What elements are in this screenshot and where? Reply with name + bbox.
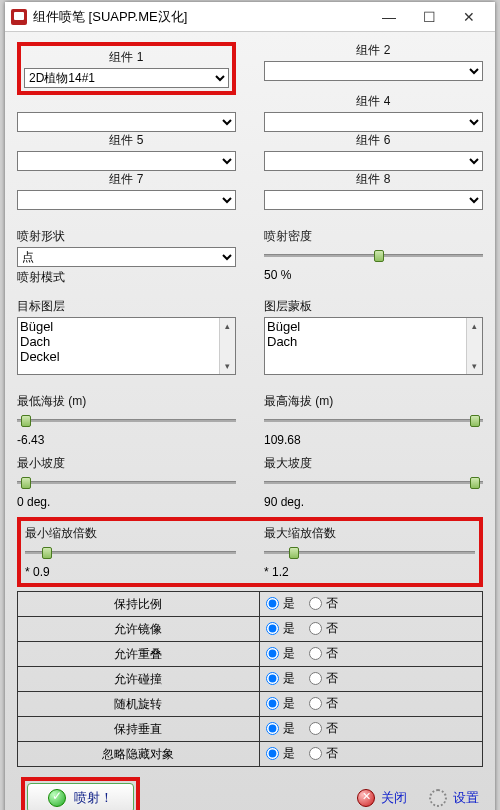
scale-highlight-box: 最小缩放倍数 * 0.9 最大缩放倍数 * 1.2 — [17, 517, 483, 587]
component-5-select[interactable] — [17, 151, 236, 171]
option-no-radio[interactable]: 否 — [309, 645, 338, 662]
option-row: 随机旋转是否 — [18, 692, 483, 717]
component-2-label: 组件 2 — [264, 42, 483, 59]
option-no-radio[interactable]: 否 — [309, 695, 338, 712]
alt-max-label: 最高海拔 (m) — [264, 393, 483, 410]
slope-min-value: 0 deg. — [17, 495, 236, 509]
option-label: 保持比例 — [18, 592, 260, 617]
spray-button-label: 喷射！ — [74, 789, 113, 807]
option-label: 忽略隐藏对象 — [18, 742, 260, 767]
alt-min-slider[interactable] — [17, 413, 236, 429]
target-layer-label: 目标图层 — [17, 298, 236, 315]
component-3-select[interactable] — [17, 112, 236, 132]
app-window: 组件喷笔 [SUAPP.ME汉化] — ☐ ✕ 组件 1 2D植物14#1 组件… — [5, 2, 495, 810]
spray-mode-label: 喷射模式 — [17, 269, 236, 286]
list-item[interactable]: Deckel — [20, 349, 233, 364]
option-label: 允许镜像 — [18, 617, 260, 642]
component-1-label: 组件 1 — [24, 49, 229, 66]
gear-icon[interactable] — [429, 789, 447, 807]
option-yes-radio[interactable]: 是 — [266, 745, 295, 762]
alt-min-label: 最低海拔 (m) — [17, 393, 236, 410]
option-row: 保持垂直是否 — [18, 717, 483, 742]
component-1-select[interactable]: 2D植物14#1 — [24, 68, 229, 88]
layer-mask-label: 图层蒙板 — [264, 298, 483, 315]
component-4-select[interactable] — [264, 112, 483, 132]
maximize-button[interactable]: ☐ — [409, 3, 449, 31]
scale-min-slider[interactable] — [25, 545, 236, 561]
spray-button[interactable]: 喷射！ — [27, 783, 134, 810]
scale-max-label: 最大缩放倍数 — [264, 525, 475, 542]
spray-shape-select[interactable]: 点 — [17, 247, 236, 267]
option-no-radio[interactable]: 否 — [309, 670, 338, 687]
option-yes-radio[interactable]: 是 — [266, 670, 295, 687]
slope-max-label: 最大坡度 — [264, 455, 483, 472]
list-item[interactable]: Dach — [267, 334, 480, 349]
list-item[interactable]: Bügel — [20, 319, 233, 334]
component-1-highlight-box: 组件 1 2D植物14#1 — [17, 42, 236, 95]
option-label: 允许碰撞 — [18, 667, 260, 692]
option-yes-radio[interactable]: 是 — [266, 720, 295, 737]
slope-min-label: 最小坡度 — [17, 455, 236, 472]
check-icon — [48, 789, 66, 807]
scale-min-label: 最小缩放倍数 — [25, 525, 236, 542]
option-yes-radio[interactable]: 是 — [266, 695, 295, 712]
component-6-label: 组件 6 — [264, 132, 483, 149]
alt-min-value: -6.43 — [17, 433, 236, 447]
titlebar: 组件喷笔 [SUAPP.ME汉化] — ☐ ✕ — [5, 2, 495, 32]
option-row: 允许重叠是否 — [18, 642, 483, 667]
option-row: 允许镜像是否 — [18, 617, 483, 642]
alt-max-slider[interactable] — [264, 413, 483, 429]
layer-mask-list[interactable]: Bügel Dach ▴▾ — [264, 317, 483, 375]
option-row: 允许碰撞是否 — [18, 667, 483, 692]
component-2-select[interactable] — [264, 61, 483, 81]
target-layer-list[interactable]: Bügel Dach Deckel ▴▾ — [17, 317, 236, 375]
option-label: 允许重叠 — [18, 642, 260, 667]
slope-max-value: 90 deg. — [264, 495, 483, 509]
option-no-radio[interactable]: 否 — [309, 720, 338, 737]
close-icon[interactable] — [357, 789, 375, 807]
scale-max-slider[interactable] — [264, 545, 475, 561]
slope-max-slider[interactable] — [264, 475, 483, 491]
scale-min-value: * 0.9 — [25, 565, 236, 579]
component-8-select[interactable] — [264, 190, 483, 210]
list-item[interactable]: Bügel — [267, 319, 480, 334]
option-no-radio[interactable]: 否 — [309, 745, 338, 762]
scale-max-value: * 1.2 — [264, 565, 475, 579]
settings-button[interactable]: 设置 — [453, 789, 479, 807]
component-8-label: 组件 8 — [264, 171, 483, 188]
spray-highlight-box: 喷射！ — [21, 777, 140, 810]
option-row: 忽略隐藏对象是否 — [18, 742, 483, 767]
option-row: 保持比例是否 — [18, 592, 483, 617]
option-yes-radio[interactable]: 是 — [266, 595, 295, 612]
options-table: 保持比例是否允许镜像是否允许重叠是否允许碰撞是否随机旋转是否保持垂直是否忽略隐藏… — [17, 591, 483, 767]
component-7-label: 组件 7 — [17, 171, 236, 188]
component-4-label: 组件 4 — [264, 93, 483, 110]
window-title: 组件喷笔 [SUAPP.ME汉化] — [33, 8, 187, 26]
component-6-select[interactable] — [264, 151, 483, 171]
list-item[interactable]: Dach — [20, 334, 233, 349]
spray-density-label: 喷射密度 — [264, 228, 483, 245]
option-yes-radio[interactable]: 是 — [266, 645, 295, 662]
option-no-radio[interactable]: 否 — [309, 595, 338, 612]
close-window-button[interactable]: ✕ — [449, 3, 489, 31]
option-label: 保持垂直 — [18, 717, 260, 742]
alt-max-value: 109.68 — [264, 433, 483, 447]
spray-density-value: 50 % — [264, 268, 483, 282]
close-button[interactable]: 关闭 — [381, 789, 407, 807]
scrollbar[interactable]: ▴▾ — [466, 318, 482, 374]
spray-shape-label: 喷射形状 — [17, 228, 236, 245]
component-5-label: 组件 5 — [17, 132, 236, 149]
app-icon — [11, 9, 27, 25]
spray-density-slider[interactable] — [264, 248, 483, 264]
minimize-button[interactable]: — — [369, 3, 409, 31]
slope-min-slider[interactable] — [17, 475, 236, 491]
option-yes-radio[interactable]: 是 — [266, 620, 295, 637]
option-no-radio[interactable]: 否 — [309, 620, 338, 637]
scrollbar[interactable]: ▴▾ — [219, 318, 235, 374]
option-label: 随机旋转 — [18, 692, 260, 717]
component-7-select[interactable] — [17, 190, 236, 210]
